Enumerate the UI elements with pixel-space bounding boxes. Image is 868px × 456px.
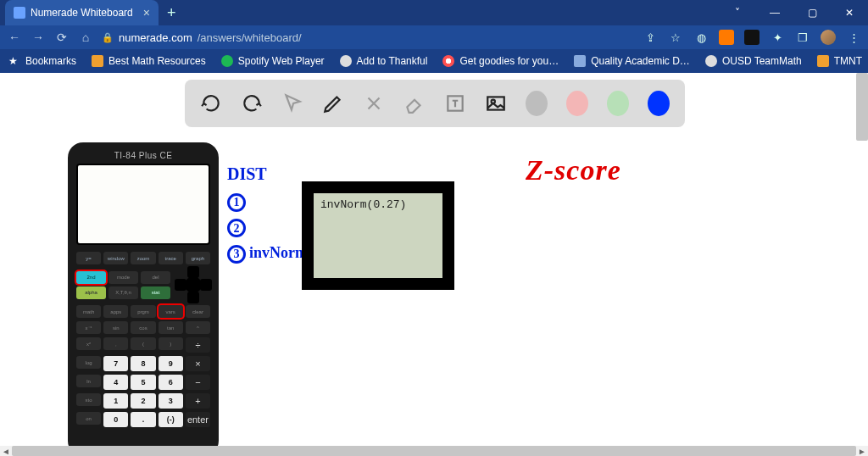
calc-key: alpha <box>76 286 106 299</box>
profile-avatar[interactable] <box>821 30 836 45</box>
calc-key: × <box>186 356 210 371</box>
bookmark-item[interactable]: ★Bookmarks <box>8 55 76 67</box>
calc-key: y= <box>76 252 101 264</box>
calc-key: enter <box>186 412 210 427</box>
chrome-icon <box>442 55 454 67</box>
color-green[interactable] <box>607 91 629 116</box>
tab-favicon <box>14 7 25 19</box>
spotify-icon <box>221 55 233 67</box>
calc-output-line: invNorm(0.27) <box>320 198 436 211</box>
bookmark-item[interactable]: Spotify Web Player <box>221 55 325 67</box>
bookmark-item[interactable]: Add to Thankful <box>340 55 428 67</box>
ext-globe-icon[interactable]: ◍ <box>693 30 709 45</box>
url-host: numerade.com <box>119 31 192 44</box>
menu-icon[interactable]: ⋮ <box>846 30 861 45</box>
bookmark-label: Quality Academic D… <box>591 55 690 67</box>
close-tab-icon[interactable]: × <box>143 6 150 19</box>
puzzle-icon[interactable]: ❐ <box>795 30 810 45</box>
steps-title: DIST <box>227 159 308 188</box>
share-icon[interactable]: ⇪ <box>643 30 658 45</box>
calc-key: graph <box>186 252 210 264</box>
calc-key: 7 <box>103 356 128 371</box>
calc-key: 0 <box>103 412 128 427</box>
calc-key: prgm <box>131 305 155 318</box>
minimize-button[interactable]: — <box>756 0 793 25</box>
calc-key: x² <box>76 337 101 350</box>
calc-key: . <box>131 412 155 427</box>
image-tool[interactable] <box>485 91 507 116</box>
calculator-image: TI-84 Plus CE y=windowzoomtracegraph 2nd… <box>68 142 219 456</box>
circle-icon <box>705 55 717 67</box>
folder-icon <box>92 55 103 67</box>
calc-key: − <box>186 375 210 390</box>
calc-key: window <box>103 252 128 264</box>
tools-button[interactable] <box>363 91 385 116</box>
calc-key: clear <box>186 305 210 318</box>
calc-key: X,T,θ,n <box>108 286 138 299</box>
calc-key: + <box>186 393 210 409</box>
bookmark-item[interactable]: TMNT <box>817 55 862 67</box>
calc-key: sto <box>76 393 101 406</box>
redo-button[interactable] <box>241 91 263 116</box>
bookmarks-bar: ★Bookmarks Best Math Resources Spotify W… <box>0 49 868 73</box>
close-window-button[interactable]: ✕ <box>831 0 868 25</box>
calc-key: 4 <box>103 375 128 390</box>
scroll-thumb[interactable] <box>12 446 856 456</box>
color-gray[interactable] <box>526 91 548 116</box>
tab-title: Numerade Whiteboard <box>31 7 133 19</box>
color-pink[interactable] <box>566 91 588 116</box>
ext-n-icon[interactable] <box>719 30 734 45</box>
ext-steam-icon[interactable] <box>744 30 760 45</box>
extensions-icon[interactable]: ✦ <box>770 30 785 45</box>
calc-key: math <box>76 305 101 318</box>
calc-key: (-) <box>159 412 183 427</box>
maximize-button[interactable]: ▢ <box>793 0 831 25</box>
chevron-down-icon[interactable]: ˅ <box>719 0 756 25</box>
bookmark-item[interactable]: OUSD TeamMath <box>705 55 802 67</box>
calc-key: stat <box>141 286 170 299</box>
browser-tab[interactable]: Numerade Whiteboard × <box>5 0 159 25</box>
scroll-right-icon[interactable]: ► <box>856 447 868 456</box>
bookmark-item[interactable]: Get goodies for you… <box>442 55 559 67</box>
calc-key: 9 <box>159 356 183 371</box>
bookmark-item[interactable]: Quality Academic D… <box>574 55 690 67</box>
calc-key: apps <box>103 305 128 318</box>
whiteboard-canvas[interactable]: TI-84 Plus CE y=windowzoomtracegraph 2nd… <box>0 73 868 456</box>
forward-button[interactable]: → <box>31 31 46 44</box>
back-button[interactable]: ← <box>7 31 22 44</box>
calc-key: tan <box>159 321 183 334</box>
pointer-tool[interactable] <box>281 91 303 116</box>
bookmark-label: Get goodies for you… <box>459 55 559 67</box>
calc-key: ) <box>159 337 183 350</box>
bookmark-label: Best Math Resources <box>108 55 206 67</box>
calc-key: 2 <box>131 393 155 409</box>
reload-button[interactable]: ⟳ <box>54 31 70 44</box>
bookmark-star-icon[interactable]: ☆ <box>668 30 683 45</box>
eraser-tool[interactable] <box>403 91 426 116</box>
undo-button[interactable] <box>200 91 222 116</box>
calc-key: 3 <box>159 393 183 409</box>
calc-key: sin <box>103 321 128 334</box>
vertical-scrollbar[interactable] <box>856 73 868 141</box>
color-blue[interactable] <box>648 91 670 116</box>
calc-key: cos <box>131 321 155 334</box>
handwriting-zscore: Z-score <box>526 154 621 186</box>
folder-icon <box>817 55 829 67</box>
bookmark-label: Spotify Web Player <box>238 55 325 67</box>
lock-icon: 🔒 <box>102 32 114 43</box>
url-field[interactable]: 🔒 numerade.com /answers/whiteboard/ <box>102 31 634 44</box>
calculator-screen <box>76 164 210 245</box>
scroll-left-icon[interactable]: ◄ <box>0 447 12 456</box>
calc-key: log <box>76 356 101 369</box>
calc-key: , <box>103 337 128 350</box>
home-button[interactable]: ⌂ <box>78 31 93 44</box>
bookmark-item[interactable]: Best Math Resources <box>92 55 206 67</box>
horizontal-scrollbar[interactable]: ◄ ► <box>0 446 868 456</box>
svg-rect-1 <box>487 97 504 109</box>
calc-key-vars: vars <box>159 305 183 318</box>
window-controls: ˅ — ▢ ✕ <box>719 0 868 25</box>
calc-key-2nd: 2nd <box>76 271 106 284</box>
pen-tool[interactable] <box>322 91 344 116</box>
text-tool[interactable] <box>444 91 466 116</box>
new-tab-button[interactable]: + <box>167 4 176 22</box>
